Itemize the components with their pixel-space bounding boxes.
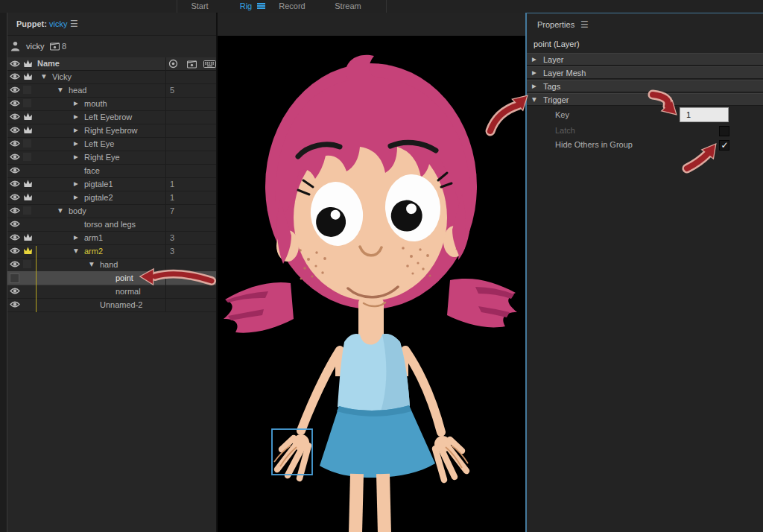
layer-row[interactable]: ▼ arm2 3: [7, 244, 216, 259]
handle-badge[interactable]: [23, 180, 34, 189]
layer-row[interactable]: ▶ arm1 3: [7, 231, 216, 245]
layer-name[interactable]: torso and legs: [84, 218, 136, 231]
keyboard-column-icon[interactable]: [203, 60, 216, 69]
layer-name[interactable]: arm1: [84, 231, 103, 244]
layer-row[interactable]: ▼ hand: [7, 258, 216, 272]
handle-badge[interactable]: [23, 193, 34, 202]
disclosure-triangle[interactable]: ▶: [74, 191, 78, 204]
layer-name[interactable]: hand: [100, 258, 118, 271]
workspace-menu-icon[interactable]: [257, 3, 265, 10]
layer-row[interactable]: ▼ head 5: [7, 83, 216, 98]
disclosure-triangle[interactable]: ▼: [58, 83, 63, 97]
properties-panel-header[interactable]: Properties ☰: [527, 13, 763, 36]
layer-name[interactable]: body: [69, 204, 86, 218]
visibility-toggle[interactable]: [10, 193, 21, 202]
visibility-toggle[interactable]: [10, 99, 21, 108]
section-header-layer[interactable]: ▶Layer: [527, 53, 763, 66]
section-header-layer-mesh[interactable]: ▶Layer Mesh: [527, 66, 763, 79]
panel-menu-icon[interactable]: ☰: [580, 13, 589, 36]
panel-menu-icon[interactable]: ☰: [70, 13, 78, 35]
handle-badge[interactable]: [23, 220, 34, 229]
visibility-toggle[interactable]: [10, 86, 21, 95]
puppet-viewport[interactable]: [218, 36, 525, 532]
handle-badge[interactable]: [23, 139, 34, 148]
layer-name[interactable]: head: [69, 83, 86, 97]
layer-name[interactable]: arm2: [84, 244, 103, 258]
visibility-toggle[interactable]: [10, 273, 21, 282]
section-header-tags[interactable]: ▶Tags: [527, 80, 763, 92]
trigger-key-input[interactable]: [680, 107, 729, 122]
disclosure-triangle[interactable]: ▼: [532, 94, 536, 106]
layer-row[interactable]: torso and legs: [7, 218, 216, 232]
layer-row[interactable]: ▶ mouth: [7, 97, 216, 111]
visibility-toggle[interactable]: [10, 206, 21, 215]
handle-badge[interactable]: [23, 206, 34, 215]
handle-badge[interactable]: [23, 287, 34, 296]
handle-badge[interactable]: [23, 113, 34, 121]
layer-row[interactable]: ▼ Vicky: [7, 70, 216, 84]
handle-badge[interactable]: [23, 86, 34, 95]
disclosure-triangle[interactable]: ▶: [74, 177, 78, 191]
trigger-column-icon[interactable]: [187, 60, 197, 70]
visibility-toggle[interactable]: [10, 287, 21, 296]
tab-rig[interactable]: Rig: [231, 0, 261, 12]
layer-row[interactable]: Unnamed-2: [7, 298, 216, 312]
handle-badge[interactable]: [23, 300, 34, 309]
visibility-toggle[interactable]: [10, 126, 21, 135]
layer-name[interactable]: Vicky: [52, 70, 72, 83]
visibility-column-icon[interactable]: [10, 60, 20, 69]
handle-badge[interactable]: [23, 260, 34, 269]
latch-checkbox[interactable]: [719, 126, 729, 136]
handle-badge[interactable]: [23, 166, 34, 175]
disclosure-triangle[interactable]: ▼: [74, 244, 78, 258]
name-column-header[interactable]: Name: [37, 57, 60, 70]
warp-independence-column-icon[interactable]: [168, 59, 178, 70]
visibility-toggle[interactable]: [10, 220, 21, 229]
handle-badge[interactable]: [23, 247, 34, 256]
tab-record[interactable]: Record: [271, 0, 313, 12]
disclosure-triangle[interactable]: ▶: [74, 151, 78, 164]
hide-others-checkbox[interactable]: [719, 140, 729, 151]
handle-badge[interactable]: [23, 153, 34, 162]
visibility-toggle[interactable]: [10, 247, 21, 256]
puppet-root-row[interactable]: vicky 8: [7, 35, 216, 57]
disclosure-triangle[interactable]: ▶: [532, 80, 536, 92]
layer-row[interactable]: ▶ pigtale2 1: [7, 191, 216, 205]
layer-name[interactable]: Left Eye: [84, 137, 114, 151]
layer-row[interactable]: normal: [7, 285, 216, 299]
visibility-toggle[interactable]: [10, 300, 21, 309]
layer-row[interactable]: ▶ Right Eye: [7, 151, 216, 165]
visibility-toggle[interactable]: [10, 166, 21, 175]
puppet-panel-header[interactable]: Puppet: vicky ☰: [7, 13, 216, 36]
disclosure-triangle[interactable]: ▶: [74, 231, 78, 244]
layer-name[interactable]: normal: [115, 285, 141, 298]
disclosure-triangle[interactable]: ▶: [74, 124, 78, 137]
disclosure-triangle[interactable]: ▶: [74, 110, 78, 124]
layer-name[interactable]: Right Eye: [84, 151, 120, 164]
handle-badge[interactable]: [23, 273, 34, 282]
tab-start[interactable]: Start: [179, 0, 221, 12]
layer-row[interactable]: ▶ Left Eyebrow: [7, 110, 216, 124]
layer-row[interactable]: ▶ pigtale1 1: [7, 177, 216, 191]
layer-name[interactable]: point: [115, 271, 133, 285]
layer-name[interactable]: pigtale1: [84, 177, 113, 191]
layer-name[interactable]: pigtale2: [84, 191, 113, 204]
disclosure-triangle[interactable]: ▶: [532, 54, 536, 66]
visibility-toggle[interactable]: [10, 180, 21, 189]
disclosure-triangle[interactable]: ▶: [74, 137, 78, 151]
layer-name[interactable]: Left Eyebrow: [84, 110, 132, 124]
disclosure-triangle[interactable]: ▶: [532, 67, 536, 79]
handle-column-icon[interactable]: [23, 60, 33, 69]
visibility-toggle[interactable]: [10, 113, 21, 121]
layer-row[interactable]: face: [7, 164, 216, 178]
disclosure-triangle[interactable]: ▼: [89, 258, 94, 271]
layer-row[interactable]: ▼ body 7: [7, 204, 216, 218]
puppet-name[interactable]: vicky: [49, 13, 67, 35]
layer-name[interactable]: Right Eyebrow: [84, 124, 138, 137]
layer-name[interactable]: face: [84, 164, 100, 177]
visibility-toggle[interactable]: [10, 139, 21, 148]
visibility-toggle[interactable]: [10, 233, 21, 242]
visibility-toggle[interactable]: [10, 260, 21, 269]
visibility-off-box[interactable]: [10, 273, 19, 283]
layer-name[interactable]: mouth: [84, 97, 107, 110]
